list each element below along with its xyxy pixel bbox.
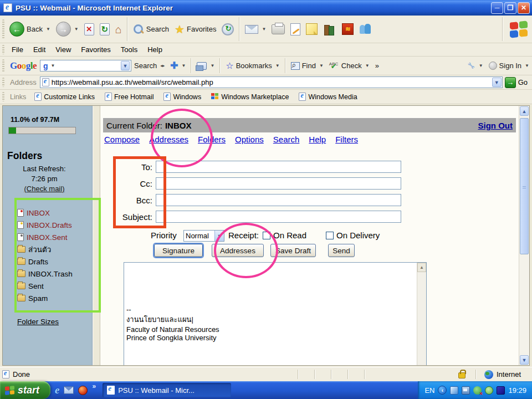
history-button[interactable] xyxy=(219,22,237,37)
subject-input[interactable] xyxy=(156,211,401,223)
nav-help[interactable]: Help xyxy=(309,135,326,144)
link-customize-links[interactable]: Customize Links xyxy=(29,93,100,101)
check-dropdown-icon[interactable]: ▼ xyxy=(365,63,370,68)
print-button[interactable] xyxy=(269,23,288,35)
hide-tray-icons-button[interactable]: ‹ xyxy=(438,386,447,395)
google-signin-button[interactable]: Sign In ▼ xyxy=(486,60,532,71)
find-dropdown-icon[interactable]: ▼ xyxy=(319,63,324,68)
nav-search[interactable]: Search xyxy=(273,135,300,144)
mail-quicklaunch-icon[interactable] xyxy=(64,386,74,394)
folder-inbox-drafts[interactable]: INBOX.Drafts xyxy=(17,219,73,231)
close-button[interactable]: ✕ xyxy=(518,2,530,14)
folder-spam[interactable]: Spam xyxy=(17,292,73,304)
stop-button[interactable]: ✕ xyxy=(81,22,97,37)
menu-favorites[interactable]: Favorites xyxy=(76,44,115,55)
google-g-dropdown-icon[interactable]: ▼ xyxy=(51,63,55,68)
google-search-history-dropdown[interactable]: ▼ xyxy=(121,61,130,70)
googlebar-grip[interactable] xyxy=(2,59,4,72)
tray-app-icon[interactable] xyxy=(450,386,458,395)
folder-inbox[interactable]: INBOX xyxy=(17,207,73,219)
address-input[interactable]: https://webmail.psu.ac.th/webmail/src/we… xyxy=(40,76,503,88)
messenger-button[interactable] xyxy=(356,23,374,36)
google-search-input[interactable]: g ▼ ▼ xyxy=(40,60,131,71)
google-window-button[interactable]: ▼ xyxy=(194,61,217,71)
edit-button[interactable] xyxy=(288,22,303,37)
folder-sent[interactable]: Sent xyxy=(17,280,73,292)
googlebar-overflow-button[interactable]: » xyxy=(372,60,382,71)
menu-view[interactable]: View xyxy=(50,44,76,55)
scroll-up-icon[interactable]: ▲ xyxy=(417,263,426,272)
message-body-textarea[interactable]: -- งานนโยบายและแผน| Faculty of Natural R… xyxy=(124,263,426,365)
tray-network-icon[interactable] xyxy=(462,386,470,395)
home-button[interactable]: ⌂ xyxy=(112,23,125,36)
menu-tools[interactable]: Tools xyxy=(116,44,142,55)
scroll-thumb[interactable] xyxy=(520,118,529,254)
on-read-checkbox[interactable] xyxy=(263,232,270,239)
folder-personal[interactable]: ส่วนตัว xyxy=(17,243,73,255)
scroll-down-button[interactable]: ▼ xyxy=(520,355,529,365)
check-mail-link[interactable]: (Check mail) xyxy=(3,185,86,193)
tray-antivirus-icon[interactable] xyxy=(485,386,493,395)
folder-inbox-sent[interactable]: INBOX.Sent xyxy=(17,231,73,243)
nav-filters[interactable]: Filters xyxy=(335,135,358,144)
back-dropdown-icon[interactable]: ▼ xyxy=(46,27,50,32)
ie-quicklaunch-icon[interactable]: e xyxy=(55,384,59,396)
clock[interactable]: 19:29 xyxy=(508,386,526,395)
forward-dropdown-icon[interactable]: ▼ xyxy=(74,27,79,32)
folder-drafts[interactable]: Drafts xyxy=(17,255,73,268)
research-button[interactable] xyxy=(320,23,339,36)
google-search-button[interactable]: Search ◂▸ xyxy=(131,60,167,71)
language-indicator[interactable]: EN xyxy=(424,386,434,395)
priority-dropdown-icon[interactable]: ▼ xyxy=(214,231,224,241)
download-manager-button[interactable]: ≋ xyxy=(339,22,356,36)
menu-edit[interactable]: Edit xyxy=(28,44,50,55)
refresh-button[interactable]: ↻ xyxy=(97,22,112,37)
signin-dropdown-icon[interactable]: ▼ xyxy=(525,63,529,68)
linksbar-grip[interactable] xyxy=(2,92,4,102)
send-button[interactable]: Send xyxy=(328,244,355,257)
restore-button[interactable]: ❐ xyxy=(504,2,516,14)
nav-addresses[interactable]: Addresses xyxy=(149,135,188,144)
google-find-button[interactable]: Find ▼ xyxy=(288,60,326,71)
settings-dropdown-icon[interactable]: ▼ xyxy=(479,63,483,68)
address-dropdown-icon[interactable]: ▼ xyxy=(492,78,502,87)
browser-quicklaunch-icon[interactable] xyxy=(78,386,88,395)
google-bookmarks-button[interactable]: ☆ Bookmarks ▼ xyxy=(223,59,282,72)
minimize-button[interactable]: ─ xyxy=(491,2,503,14)
page-scrollbar[interactable]: ▲ ▼ xyxy=(519,106,529,365)
nav-folders[interactable]: Folders xyxy=(198,135,226,144)
google-add-button[interactable]: ✚ ▼ xyxy=(167,59,188,73)
forward-button[interactable]: → ▼ xyxy=(53,21,81,38)
to-input[interactable] xyxy=(156,161,401,173)
addressbar-grip[interactable] xyxy=(2,78,4,88)
menu-file[interactable]: File xyxy=(7,44,28,55)
tray-program-icon[interactable] xyxy=(497,386,505,395)
on-delivery-checkbox[interactable] xyxy=(326,232,334,239)
google-settings-button[interactable]: 🔧︎ ▼ xyxy=(464,60,486,71)
go-button[interactable]: → Go xyxy=(503,77,532,88)
start-button[interactable]: start xyxy=(0,381,50,399)
menu-help[interactable]: Help xyxy=(142,44,167,55)
popup-dropdown-icon[interactable]: ▼ xyxy=(210,63,214,68)
nav-options[interactable]: Options xyxy=(235,135,264,144)
bcc-input[interactable] xyxy=(156,194,401,206)
cc-input[interactable] xyxy=(156,177,401,190)
mail-button[interactable]: ▼ xyxy=(242,24,269,35)
bookmarks-dropdown-icon[interactable]: ▼ xyxy=(275,63,280,68)
folder-inbox-trash[interactable]: INBOX.Trash xyxy=(17,268,73,280)
tray-messenger-offline-icon[interactable] xyxy=(473,386,482,395)
textarea-scrollbar[interactable]: ▲ xyxy=(417,263,426,365)
back-button[interactable]: ← Back ▼ xyxy=(7,21,53,38)
quicklaunch-overflow-icon[interactable]: » xyxy=(92,382,96,390)
mail-dropdown-icon[interactable]: ▼ xyxy=(262,27,266,32)
link-windows[interactable]: Windows xyxy=(158,93,206,101)
taskbar-task-webmail[interactable]: PSU :: Webmail - Micr... xyxy=(103,383,231,397)
plus-dropdown-icon[interactable]: ▼ xyxy=(182,63,186,68)
link-free-hotmail[interactable]: Free Hotmail xyxy=(100,93,159,101)
notes-button[interactable] xyxy=(303,22,320,36)
addresses-button[interactable]: Addresses xyxy=(212,244,264,257)
sign-out-link[interactable]: Sign Out xyxy=(478,121,513,130)
priority-select[interactable]: Normal ▼ xyxy=(183,230,224,242)
signature-button[interactable]: Signature xyxy=(154,244,203,257)
menubar-grip[interactable] xyxy=(2,45,4,54)
